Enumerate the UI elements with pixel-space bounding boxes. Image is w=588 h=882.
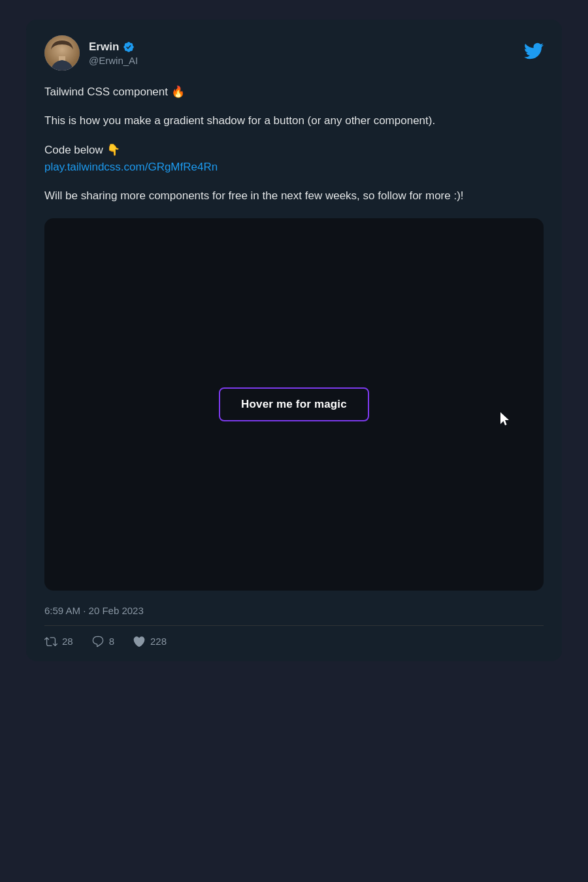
- like-count: 228: [150, 636, 167, 647]
- reply-icon: [91, 635, 105, 648]
- tweet-timestamp: 6:59 AM · 20 Feb 2023: [44, 605, 144, 616]
- tweet-line3-prefix: Code below 👇: [44, 144, 120, 156]
- avatar: [44, 35, 80, 71]
- tweet-line3: Code below 👇 play.tailwindcss.com/GRgMfR…: [44, 142, 544, 176]
- user-handle: @Erwin_AI: [89, 55, 138, 66]
- tweet-link[interactable]: play.tailwindcss.com/GRgMfRe4Rn: [44, 161, 218, 173]
- reply-count: 8: [109, 636, 114, 647]
- user-name: Erwin: [89, 41, 119, 54]
- tweet-card: Erwin @Erwin_AI Tailwind CSS component 🔥…: [26, 20, 562, 661]
- user-info: Erwin @Erwin_AI: [89, 41, 138, 66]
- user-name-row: Erwin: [89, 41, 138, 54]
- tweet-header-left: Erwin @Erwin_AI: [44, 35, 138, 71]
- tweet-meta: 6:59 AM · 20 Feb 2023: [44, 605, 544, 626]
- like-action[interactable]: 228: [133, 635, 167, 648]
- tweet-header: Erwin @Erwin_AI: [44, 35, 544, 71]
- tweet-line1: Tailwind CSS component 🔥: [44, 84, 544, 101]
- retweet-count: 28: [62, 636, 73, 647]
- tweet-line2: This is how you make a gradient shadow f…: [44, 112, 544, 129]
- tweet-body: Tailwind CSS component 🔥 This is how you…: [44, 84, 544, 205]
- twitter-bird-icon: [524, 41, 544, 65]
- tweet-actions: 28 8 228: [44, 635, 544, 648]
- verified-icon: [123, 41, 135, 53]
- like-icon: [133, 635, 146, 648]
- tweet-line4: Will be sharing more components for free…: [44, 188, 544, 204]
- reply-action[interactable]: 8: [91, 635, 114, 648]
- retweet-action[interactable]: 28: [44, 635, 73, 648]
- cursor-icon: [500, 412, 512, 430]
- retweet-icon: [44, 635, 57, 648]
- preview-box: Hover me for magic: [44, 218, 544, 591]
- magic-button[interactable]: Hover me for magic: [219, 387, 369, 421]
